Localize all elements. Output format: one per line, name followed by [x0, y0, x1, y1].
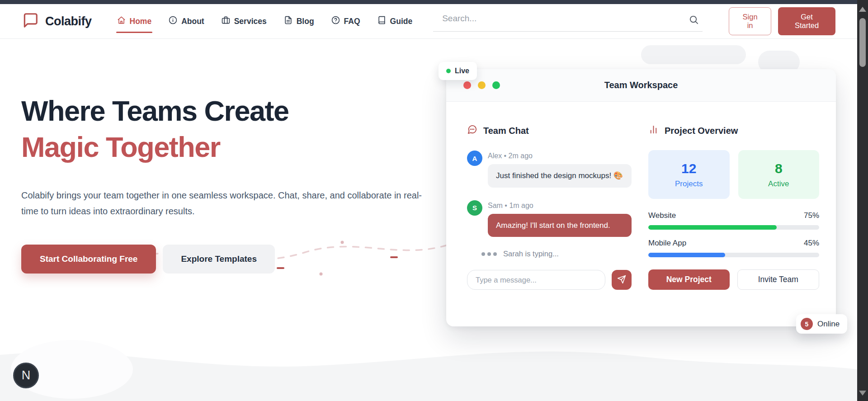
search-icon[interactable] [689, 14, 699, 25]
nav-item-faq[interactable]: FAQ [331, 16, 360, 27]
progress-track [648, 253, 819, 257]
progress-head: Website 75% [648, 211, 819, 220]
window-controls [463, 81, 500, 89]
workspace-body: Team Chat A Alex • 2m ago Just finished … [446, 102, 836, 290]
briefcase-icon [222, 16, 230, 27]
stat-value: 8 [775, 161, 783, 176]
landing-page: Colabify Home About [0, 0, 868, 401]
typing-text: Sarah is typing... [503, 250, 559, 258]
hero-section: Where Teams Create Magic Together Colabi… [21, 93, 442, 274]
start-collaborating-button[interactable]: Start Collaborating Free [21, 245, 156, 274]
progress-track [648, 225, 819, 230]
typing-dots-icon [481, 252, 497, 256]
browser-top-strip [0, 0, 857, 4]
team-chat-heading: Team Chat [483, 126, 529, 136]
progress-fill [648, 225, 777, 230]
message-body: Alex • 2m ago Just finished the design m… [488, 151, 632, 188]
stats-row: 12 Projects 8 Active [648, 150, 819, 199]
window-dot-red[interactable] [463, 81, 471, 89]
stat-label: Active [768, 179, 789, 189]
nav-item-label: Blog [297, 17, 314, 26]
nav-item-label: Home [130, 17, 152, 26]
auth-buttons: Sign in Get Started [729, 7, 835, 35]
info-icon [169, 16, 177, 27]
hero-description: Colabify brings your team together in on… [21, 188, 430, 219]
bar-chart-icon [648, 124, 659, 137]
stat-value: 12 [681, 161, 696, 176]
progress-percent: 45% [804, 239, 819, 248]
nav-item-guide[interactable]: Guide [377, 16, 413, 27]
decor-blob [641, 45, 746, 64]
progress-fill [648, 253, 725, 257]
new-project-button[interactable]: New Project [648, 269, 730, 290]
nav-item-home[interactable]: Home [117, 16, 152, 27]
typing-indicator: Sarah is typing... [481, 250, 632, 258]
progress-row-mobile-app: Mobile App 45% [648, 239, 819, 257]
scroll-up-arrow[interactable] [859, 7, 866, 12]
chat-input-row [467, 270, 632, 290]
nav-links: Home About Services [117, 16, 413, 27]
page-scrollbar[interactable] [857, 0, 868, 401]
progress-head: Mobile App 45% [648, 239, 819, 248]
message-input[interactable] [467, 270, 605, 290]
send-button[interactable] [612, 270, 632, 290]
project-overview-heading-row: Project Overview [648, 124, 819, 137]
project-overview-section: Project Overview 12 Projects 8 Active We… [648, 124, 819, 290]
book-icon [377, 16, 386, 27]
search-bar [433, 11, 703, 32]
stat-card-active: 8 Active [738, 150, 820, 199]
online-badge: 5 Online [796, 314, 847, 334]
window-dot-yellow[interactable] [478, 81, 486, 89]
live-badge: Live [439, 62, 477, 80]
live-label: Live [455, 67, 469, 75]
scroll-down-arrow[interactable] [859, 391, 866, 396]
navbar: Colabify Home About [0, 4, 857, 39]
workspace-header: Team Workspace [446, 69, 836, 102]
progress-row-website: Website 75% [648, 211, 819, 230]
message-bubble: Just finished the design mockups! 🎨 [488, 164, 632, 188]
nav-item-label: FAQ [344, 17, 360, 26]
dev-overlay-badge[interactable]: N [13, 363, 39, 388]
stat-card-projects: 12 Projects [648, 150, 730, 199]
nav-item-services[interactable]: Services [222, 16, 267, 27]
chat-icon [467, 124, 477, 137]
avatar: A [467, 151, 482, 166]
get-started-button[interactable]: Get Started [778, 7, 835, 35]
message-meta: Alex • 2m ago [488, 151, 632, 160]
hero-title: Where Teams Create Magic Together [21, 93, 442, 165]
workspace-card: Live Team Workspace [446, 69, 836, 326]
online-label: Online [817, 320, 840, 329]
brand-logo[interactable]: Colabify [22, 12, 92, 31]
avatar: S [467, 200, 482, 216]
workspace-title: Team Workspace [446, 80, 836, 90]
brand-name: Colabify [45, 14, 92, 28]
nav-item-about[interactable]: About [169, 16, 204, 27]
chat-message: A Alex • 2m ago Just finished the design… [467, 151, 632, 188]
document-icon [284, 16, 292, 27]
project-overview-heading: Project Overview [665, 126, 738, 136]
stat-label: Projects [675, 179, 703, 189]
online-count: 5 [801, 318, 813, 330]
window-dot-green[interactable] [492, 81, 500, 89]
nav-item-blog[interactable]: Blog [284, 16, 314, 27]
message-meta: Sam • 1m ago [488, 200, 632, 210]
progress-percent: 75% [804, 211, 819, 220]
message-body: Sam • 1m ago Amazing! I'll start on the … [488, 200, 632, 237]
chat-messages: A Alex • 2m ago Just finished the design… [467, 151, 632, 237]
nav-item-label: Guide [390, 17, 413, 26]
invite-team-button[interactable]: Invite Team [737, 269, 820, 290]
search-input[interactable] [433, 11, 703, 24]
home-icon [117, 16, 126, 27]
live-dot [446, 69, 451, 73]
hero-cta-row: Start Collaborating Free Explore Templat… [21, 245, 442, 274]
nav-item-label: Services [234, 17, 267, 26]
progress-label: Mobile App [648, 239, 686, 248]
explore-templates-button[interactable]: Explore Templates [163, 245, 275, 274]
hero-title-line2: Magic Together [21, 129, 442, 165]
chat-bubble-logo-icon [22, 12, 39, 31]
message-bubble: Amazing! I'll start on the frontend. [488, 214, 632, 237]
sign-in-button[interactable]: Sign in [729, 7, 771, 35]
team-chat-heading-row: Team Chat [467, 124, 632, 137]
scrollbar-thumb[interactable] [859, 18, 866, 67]
nav-item-label: About [181, 17, 204, 26]
